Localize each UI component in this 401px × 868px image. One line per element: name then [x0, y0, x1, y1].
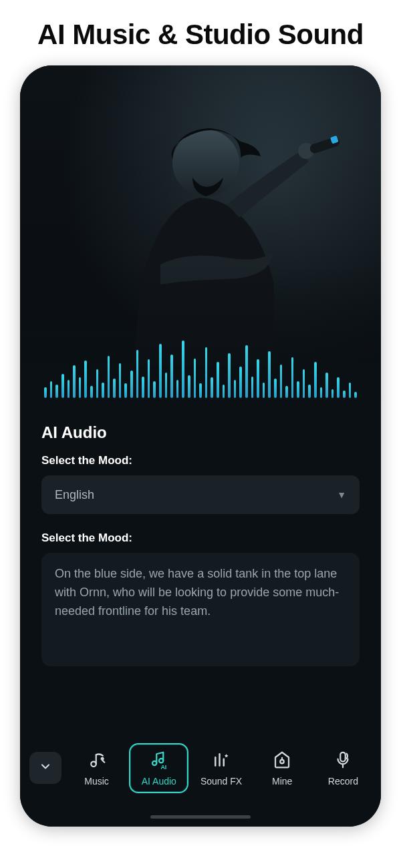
prompt-text: On the blue side, we have a solid tank i…: [55, 567, 339, 618]
music-note-icon: [87, 750, 107, 772]
panel-title: AI Audio: [41, 423, 360, 442]
prompt-textarea[interactable]: On the blue side, we have a solid tank i…: [41, 553, 360, 666]
prompt-label: Select the Mood:: [41, 531, 360, 545]
tab-mine[interactable]: Mine: [254, 743, 311, 793]
tab-label: Sound FX: [200, 776, 242, 787]
bottom-toolbar: Music AI AI Audio Sound: [20, 726, 381, 827]
collapse-button[interactable]: [29, 752, 61, 784]
tab-label: Music: [84, 776, 109, 787]
ai-audio-icon: AI: [149, 750, 169, 772]
svg-point-7: [159, 758, 163, 763]
equalizer-icon: [211, 750, 231, 772]
tab-label: Mine: [272, 776, 292, 787]
microphone-icon: [333, 750, 353, 772]
mood-label: Select the Mood:: [41, 454, 360, 467]
chevron-down-icon: ▼: [337, 489, 346, 500]
marketing-headline: AI Music & Studio Sound: [0, 0, 401, 65]
audio-waveform: [20, 338, 381, 398]
tab-ai-audio[interactable]: AI AI Audio: [129, 743, 188, 793]
svg-rect-13: [341, 752, 346, 761]
tab-sound-fx[interactable]: Sound FX: [192, 743, 249, 793]
svg-text:AI: AI: [160, 763, 166, 769]
mood-select[interactable]: English ▼: [41, 475, 360, 514]
mood-select-value: English: [55, 488, 94, 502]
chevron-down-icon: [39, 760, 52, 777]
phone-frame: AI Audio Select the Mood: English ▼ Sele…: [20, 65, 381, 827]
svg-point-0: [172, 130, 239, 196]
tab-bar: Music AI AI Audio Sound: [68, 743, 372, 793]
ai-audio-panel: AI Audio Select the Mood: English ▼ Sele…: [20, 413, 381, 666]
tab-record[interactable]: Record: [315, 743, 372, 793]
folder-icon: [272, 750, 292, 772]
home-indicator: [150, 815, 251, 819]
tab-music[interactable]: Music: [68, 743, 125, 793]
hero-image: [20, 65, 381, 413]
tab-label: AI Audio: [142, 776, 176, 787]
tab-label: Record: [328, 776, 358, 787]
